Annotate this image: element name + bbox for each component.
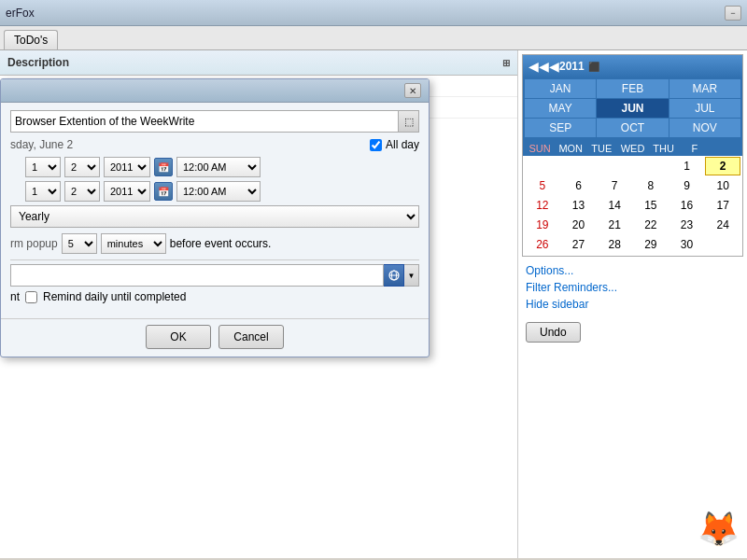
- todo-header: Description ⊞: [0, 50, 517, 76]
- day-30[interactable]: 30: [669, 235, 705, 254]
- all-day-text: All day: [386, 138, 419, 151]
- day-13[interactable]: 13: [561, 196, 597, 215]
- day-6[interactable]: 6: [561, 176, 597, 195]
- options-link[interactable]: Options...: [526, 264, 740, 277]
- header-wed: WED: [617, 141, 647, 156]
- event-dialog: ✕ ⬚ sday, June 2 All day: [0, 78, 430, 357]
- minimize-button[interactable]: −: [725, 6, 741, 21]
- day-1[interactable]: 1: [669, 157, 705, 175]
- month-may[interactable]: MAY: [525, 99, 596, 118]
- day-16[interactable]: 16: [669, 196, 705, 215]
- main-area: Description ⊞ Pick Up Milk Finish RIM tr…: [0, 50, 747, 558]
- event-name-icon[interactable]: ⬚: [399, 110, 419, 133]
- day-empty: [561, 157, 597, 175]
- prev-prev-button[interactable]: ◀◀: [529, 59, 549, 74]
- tab-bar: ToDo's: [0, 26, 747, 50]
- all-day-checkbox[interactable]: [370, 139, 382, 151]
- end-month-select[interactable]: 1: [25, 181, 61, 202]
- end-year-select[interactable]: 2011: [104, 181, 150, 202]
- prev-button[interactable]: ◀: [549, 59, 559, 74]
- day-5[interactable]: 5: [525, 176, 560, 195]
- day-9[interactable]: 9: [669, 176, 705, 195]
- dialog-body: ⬚ sday, June 2 All day 1: [1, 103, 429, 318]
- day-26[interactable]: 26: [525, 235, 560, 254]
- month-oct[interactable]: OCT: [597, 119, 668, 137]
- day-29[interactable]: 29: [633, 235, 669, 254]
- dialog-close-button[interactable]: ✕: [404, 83, 421, 98]
- start-time-select[interactable]: 12:00 AM: [176, 157, 261, 177]
- day-14[interactable]: 14: [597, 196, 632, 215]
- event-name-input[interactable]: [10, 110, 399, 133]
- calendar-year: 2011: [559, 60, 585, 73]
- dialog-titlebar: ✕: [1, 79, 429, 103]
- divider: [10, 259, 419, 260]
- all-day-label: All day: [370, 138, 419, 151]
- header-fri: F: [680, 141, 710, 156]
- month-feb[interactable]: FEB: [597, 79, 668, 98]
- day-17[interactable]: 17: [705, 196, 740, 215]
- day-24[interactable]: 24: [705, 216, 740, 234]
- header-thu: THU: [649, 141, 679, 156]
- day-grid: 1 2 5 6 7 8 9 10 12 13 14 15 16 17 19 20…: [523, 156, 742, 256]
- month-mar[interactable]: MAR: [669, 79, 740, 98]
- header-sun: SUN: [525, 141, 555, 156]
- start-month-select[interactable]: 1: [25, 157, 61, 177]
- month-nov[interactable]: NOV: [669, 119, 740, 137]
- start-day-select[interactable]: 2: [64, 157, 100, 177]
- end-day-select[interactable]: 2: [64, 181, 100, 202]
- day-grid-header: SUN MON TUE WED THU F: [523, 139, 742, 156]
- url-dropdown-arrow[interactable]: ▼: [404, 264, 419, 287]
- hide-sidebar-link[interactable]: Hide sidebar: [526, 298, 740, 311]
- event-name-row: ⬚: [10, 110, 419, 133]
- remind-daily-checkbox[interactable]: [25, 291, 37, 303]
- ok-button[interactable]: OK: [146, 325, 211, 349]
- todo-tab[interactable]: ToDo's: [4, 30, 58, 49]
- month-sep[interactable]: SEP: [525, 119, 596, 137]
- end-calendar-icon[interactable]: 📅: [154, 182, 173, 201]
- filter-reminders-link[interactable]: Filter Reminders...: [526, 281, 740, 294]
- day-20[interactable]: 20: [561, 216, 597, 234]
- alarm-suffix-label: before event occurs.: [170, 237, 272, 250]
- cancel-button[interactable]: Cancel: [218, 325, 284, 349]
- calendar-sidebar: ◀◀ ◀ 2011 ⬛ JAN FEB MAR MAY JUN JUL SEP …: [518, 50, 747, 558]
- day-8[interactable]: 8: [633, 176, 669, 195]
- day-10[interactable]: 10: [705, 176, 740, 195]
- remind-daily-label: Remind daily until completed: [43, 290, 186, 303]
- calendar-nav: ◀◀ ◀ 2011 ⬛: [523, 55, 742, 77]
- start-year-select[interactable]: 2011: [104, 157, 150, 177]
- end-time-select[interactable]: 12:00 AM: [176, 181, 261, 202]
- title-bar: erFox −: [0, 0, 747, 26]
- end-row: 1 2 2011 📅 12:00 AM: [10, 181, 419, 202]
- day-7[interactable]: 7: [597, 176, 632, 195]
- month-jan[interactable]: JAN: [525, 79, 596, 98]
- undo-area: Undo: [522, 322, 743, 343]
- url-input[interactable]: [10, 264, 384, 287]
- day-22[interactable]: 22: [633, 216, 669, 234]
- description-label: Description: [7, 56, 69, 69]
- recurrence-select[interactable]: Yearly None Daily Weekly Monthly: [10, 205, 419, 228]
- alarm-minutes-select[interactable]: 5: [62, 233, 97, 254]
- app-title: erFox: [6, 7, 35, 20]
- day-28[interactable]: 28: [597, 235, 632, 254]
- undo-button[interactable]: Undo: [526, 322, 581, 343]
- day-21[interactable]: 21: [597, 216, 632, 234]
- month-jul[interactable]: JUL: [669, 99, 740, 118]
- url-globe-icon[interactable]: [384, 264, 404, 287]
- day-23[interactable]: 23: [669, 216, 705, 234]
- day-15[interactable]: 15: [633, 196, 669, 215]
- start-calendar-icon[interactable]: 📅: [154, 158, 173, 176]
- month-grid: JAN FEB MAR MAY JUN JUL SEP OCT NOV: [523, 77, 742, 139]
- day-empty: [525, 157, 560, 175]
- month-jun[interactable]: JUN: [597, 99, 668, 118]
- date-row: sday, June 2 All day: [10, 138, 419, 151]
- alarm-unit-select[interactable]: minutes: [101, 233, 166, 254]
- day-19[interactable]: 19: [525, 216, 560, 234]
- expand-icon[interactable]: ⊞: [502, 58, 510, 68]
- day-2-today[interactable]: 2: [705, 157, 740, 175]
- day-27[interactable]: 27: [561, 235, 597, 254]
- day-empty: [705, 235, 740, 254]
- dialog-footer: OK Cancel: [1, 318, 429, 357]
- calendar-expand-icon[interactable]: ⬛: [588, 62, 599, 72]
- recurrence-row: Yearly None Daily Weekly Monthly: [10, 205, 419, 228]
- day-12[interactable]: 12: [525, 196, 560, 215]
